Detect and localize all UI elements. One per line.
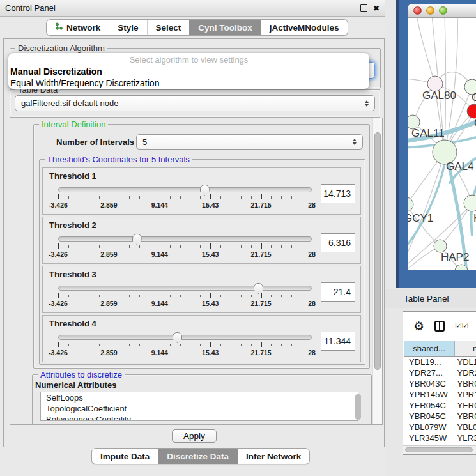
slider-track[interactable]: [58, 286, 312, 291]
list-scrollbar-thumb[interactable]: [355, 394, 361, 420]
select-columns-icon[interactable]: ☑☑: [455, 321, 469, 330]
tick-mark: [271, 344, 272, 346]
threshold-value-field[interactable]: 11.344: [321, 332, 355, 351]
table-row: YLR345WYLR3: [404, 433, 476, 443]
tick-mark: [312, 243, 312, 249]
table-cell-name[interactable]: YER0: [455, 400, 476, 411]
network-canvas[interactable]: GAL80GACGAL11GAL4GCY1HHAP2: [408, 18, 476, 270]
tick-mark: [109, 194, 109, 199]
threshold-slider[interactable]: -3.4262.8599.14415.4321.71528: [58, 183, 312, 211]
popup-placeholder-item[interactable]: Select algorithm to view settings: [8, 54, 369, 66]
vertical-scrollbar-thumb[interactable]: [374, 132, 381, 370]
tab-cyni-toolbox[interactable]: Cyni Toolbox: [189, 20, 261, 35]
table-cell-shared-name[interactable]: YBR043C: [404, 378, 455, 389]
tab-infer-network[interactable]: Infer Network: [237, 449, 309, 464]
tick-mark: [281, 196, 282, 199]
table-cell-name[interactable]: YDR2: [455, 367, 476, 378]
slider-track[interactable]: [58, 335, 312, 340]
table-cell-shared-name[interactable]: YLR345W: [404, 433, 455, 443]
combo-stepper-icon: [353, 139, 357, 145]
tab-jactivemnodules[interactable]: jActiveMNodules: [261, 20, 348, 35]
threshold-value-field[interactable]: 21.4: [321, 282, 355, 302]
tab-style[interactable]: Style: [109, 20, 146, 35]
tab-network[interactable]: Network: [47, 20, 109, 35]
table-cell-shared-name[interactable]: YBR045C: [404, 411, 455, 422]
node-hap2[interactable]: [434, 240, 447, 252]
table-row: YER054CYER0: [404, 400, 476, 411]
table-cell-shared-name[interactable]: YDR27...: [404, 367, 455, 378]
tick-mark: [139, 245, 140, 248]
table-cell-shared-name[interactable]: YER054C: [404, 400, 455, 411]
tick-mark: [79, 245, 79, 248]
node-right-h[interactable]: [464, 195, 476, 211]
table-cell-name[interactable]: YDL1: [455, 357, 476, 368]
slider-tick-labels: -3.4262.8599.14415.4321.71528: [58, 250, 312, 258]
tab-select[interactable]: Select: [147, 20, 190, 35]
tick-mark: [291, 245, 292, 248]
close-icon[interactable]: ✖: [373, 4, 380, 12]
table-cell-name[interactable]: YBR0: [455, 411, 476, 422]
close-traffic-light-icon[interactable]: [413, 6, 422, 15]
tick-label: 15.43: [202, 349, 219, 357]
attributes-group: Attributes to discretize Numerical Attri…: [32, 374, 372, 425]
numerical-attributes-list[interactable]: SelfLoopsTopologicalCoefficientBetweenne…: [40, 392, 358, 421]
tick-label: -3.426: [49, 250, 68, 258]
gear-icon[interactable]: ⚙: [413, 320, 424, 332]
tick-mark: [68, 245, 69, 248]
tick-label: 15.43: [202, 201, 219, 209]
tick-mark: [241, 295, 242, 297]
threshold-slider[interactable]: -3.4262.8599.14415.4321.71528: [58, 233, 312, 261]
number-of-intervals-combobox[interactable]: 5: [136, 134, 363, 150]
tab-discretize-data[interactable]: Discretize Data: [158, 449, 237, 464]
slider-track[interactable]: [58, 187, 312, 192]
interval-definition-group: Interval Definition Number of Intervals …: [33, 124, 370, 369]
threshold-value-field[interactable]: 14.713: [321, 184, 355, 203]
minimize-traffic-light-icon[interactable]: [426, 6, 434, 15]
tab-label: jActiveMNodules: [270, 23, 339, 33]
threshold-slider[interactable]: -3.4262.8599.14415.4321.71528: [58, 282, 312, 310]
node-gcy1[interactable]: [408, 197, 413, 211]
table-row: YBL079WYBL0: [404, 422, 476, 433]
tick-mark: [119, 295, 119, 297]
tick-label: 9.144: [151, 300, 168, 307]
float-window-icon[interactable]: [360, 4, 367, 12]
attribute-item-topologicalcoefficient[interactable]: TopologicalCoefficient: [41, 403, 358, 414]
table-cell-name[interactable]: YPR1: [455, 389, 476, 400]
table-cell-shared-name[interactable]: YDL19...: [404, 357, 455, 368]
attribute-item-selfloops[interactable]: SelfLoops: [41, 392, 358, 403]
slider-track[interactable]: [58, 236, 312, 242]
tick-mark: [241, 245, 242, 248]
table-cell-shared-name[interactable]: YPR145W: [404, 389, 455, 400]
network-window-titlebar[interactable]: [408, 4, 476, 18]
split-columns-icon[interactable]: [434, 321, 445, 332]
tick-mark: [180, 344, 181, 346]
table-cell-name[interactable]: YBL0: [455, 422, 476, 433]
horizontal-scrollbar-track[interactable]: [403, 445, 476, 454]
threshold-slider[interactable]: -3.4262.8599.14415.4321.71528: [58, 331, 312, 359]
horizontal-scrollbar-thumb[interactable]: [405, 447, 473, 452]
attribute-item-betweennesscentrality[interactable]: BetweennessCentrality: [41, 414, 358, 421]
table-cell-name[interactable]: YBR0: [455, 378, 476, 389]
node-red[interactable]: [467, 104, 476, 118]
table-data-combobox[interactable]: galFiltered.sif default node: [15, 95, 375, 111]
zoom-traffic-light-icon[interactable]: [439, 6, 447, 15]
tick-label: 9.144: [151, 349, 168, 357]
tab-impute-data[interactable]: Impute Data: [92, 449, 158, 464]
tick-label: 21.715: [251, 250, 272, 258]
column-header-name[interactable]: na: [455, 341, 476, 357]
threshold-value-field[interactable]: 6.316: [321, 233, 355, 252]
node-label-h: H: [473, 212, 476, 224]
node-attribute-table: shared... na YDL19...YDL1YDR27...YDR2YBR…: [404, 341, 476, 454]
popup-item-manual-discretization[interactable]: Manual Discretization: [8, 66, 369, 77]
table-row: YDR27...YDR2: [404, 367, 476, 378]
column-header-shared-name[interactable]: shared...: [404, 341, 455, 357]
table-cell-shared-name[interactable]: YBL079W: [404, 422, 455, 433]
tick-mark: [231, 295, 231, 297]
table-row: YDL19...YDL1: [404, 357, 476, 368]
tick-label: 28: [308, 250, 316, 258]
bottom-tab-bar: Impute DataDiscretize DataInfer Network: [91, 448, 310, 464]
apply-button[interactable]: Apply: [172, 429, 217, 443]
table-cell-name[interactable]: YLR3: [455, 433, 476, 443]
vertical-scrollbar-track[interactable]: [372, 118, 382, 424]
popup-item-equal-width-frequency[interactable]: Equal Width/Frequency Discretization: [8, 77, 369, 89]
